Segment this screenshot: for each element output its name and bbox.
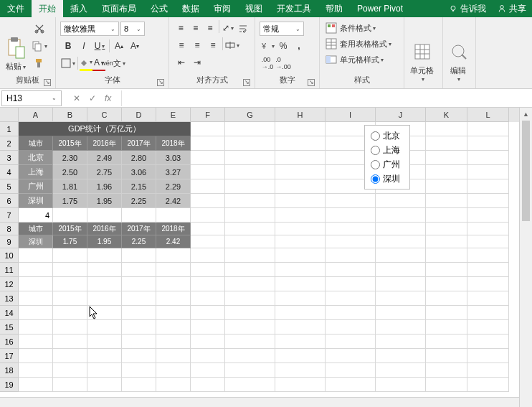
merge-center-button[interactable]: ▾	[224, 37, 240, 53]
cell-I8[interactable]	[326, 223, 376, 235]
cell-I16[interactable]	[326, 335, 376, 349]
cell-K9[interactable]	[426, 235, 467, 248]
cell-B12[interactable]	[53, 277, 87, 291]
cell-G13[interactable]	[225, 291, 275, 306]
cell-E8[interactable]: 2018年	[156, 223, 191, 235]
conditional-format-button[interactable]: 条件格式▾	[326, 20, 398, 36]
cell-H1[interactable]	[275, 122, 326, 136]
cell-L5[interactable]	[467, 179, 509, 194]
cell-F17[interactable]	[191, 349, 225, 363]
cell-H3[interactable]	[275, 151, 326, 165]
cell-G19[interactable]	[225, 378, 275, 392]
radio-input-0[interactable]	[371, 131, 380, 141]
grow-font-button[interactable]: A▴	[111, 38, 127, 54]
cell-K5[interactable]	[426, 179, 467, 194]
percent-button[interactable]: %	[275, 38, 291, 54]
indent-decrease-button[interactable]: ⇤	[174, 55, 189, 70]
col-header-K[interactable]: K	[426, 108, 467, 122]
cell-I11[interactable]	[326, 263, 376, 277]
tab-help[interactable]: 帮助	[318, 0, 350, 17]
cancel-formula-button[interactable]: ✕	[73, 93, 80, 103]
cell-D15[interactable]	[122, 320, 156, 335]
cell-H7[interactable]	[275, 208, 326, 223]
cell-D2[interactable]: 2017年	[122, 136, 156, 151]
cell-C3[interactable]: 2.49	[87, 151, 122, 165]
cell-J18[interactable]	[376, 363, 426, 378]
col-header-E[interactable]: E	[156, 108, 191, 122]
cell-C13[interactable]	[87, 291, 122, 306]
cell-G3[interactable]	[225, 151, 275, 165]
row-header-16[interactable]: 16	[0, 335, 19, 349]
align-center-button[interactable]: ≡	[189, 37, 205, 53]
cell-D8[interactable]: 2017年	[122, 223, 156, 235]
cell-E4[interactable]: 3.27	[156, 165, 191, 179]
cell-D7[interactable]	[122, 208, 156, 223]
cell-F3[interactable]	[191, 151, 225, 165]
cell-J15[interactable]	[376, 320, 426, 335]
cell-I18[interactable]	[326, 363, 376, 378]
cell-C15[interactable]	[87, 320, 122, 335]
cell-C17[interactable]	[87, 349, 122, 363]
cell-H13[interactable]	[275, 291, 326, 306]
cell-D19[interactable]	[122, 378, 156, 392]
cell-B10[interactable]	[53, 248, 87, 263]
cell-B15[interactable]	[53, 320, 87, 335]
cell-A6[interactable]: 深圳	[19, 194, 53, 208]
radio-input-2[interactable]	[371, 160, 380, 169]
col-header-J[interactable]: J	[376, 108, 426, 122]
cell-B5[interactable]: 1.81	[53, 179, 87, 194]
row-header-1[interactable]: 1	[0, 122, 19, 136]
cell-D13[interactable]	[122, 291, 156, 306]
cells-button[interactable]: 单元格▾	[407, 19, 437, 84]
cell-B4[interactable]: 2.50	[53, 165, 87, 179]
cell-C7[interactable]	[87, 208, 122, 223]
cell-E5[interactable]: 2.29	[156, 179, 191, 194]
cell-E7[interactable]	[156, 208, 191, 223]
cell-L17[interactable]	[467, 349, 509, 363]
cell-F11[interactable]	[191, 263, 225, 277]
cell-G16[interactable]	[225, 335, 275, 349]
cell-C16[interactable]	[87, 335, 122, 349]
fx-button[interactable]: fx	[105, 93, 111, 103]
cell-J6[interactable]	[376, 194, 426, 208]
cell-H9[interactable]	[275, 235, 326, 248]
cell-I14[interactable]	[326, 306, 376, 320]
cell-H6[interactable]	[275, 194, 326, 208]
cell-L9[interactable]	[467, 235, 509, 248]
col-header-F[interactable]: F	[191, 108, 225, 122]
italic-button[interactable]: I	[76, 38, 92, 54]
cell-E6[interactable]: 2.42	[156, 194, 191, 208]
cell-L4[interactable]	[467, 165, 509, 179]
cell-E3[interactable]: 3.03	[156, 151, 191, 165]
cell-E17[interactable]	[156, 349, 191, 363]
cell-D17[interactable]	[122, 349, 156, 363]
cell-C18[interactable]	[87, 363, 122, 378]
cell-K13[interactable]	[426, 291, 467, 306]
cell-F13[interactable]	[191, 291, 225, 306]
cell-G2[interactable]	[225, 136, 275, 151]
comma-button[interactable]: ,	[291, 38, 307, 54]
cell-C5[interactable]: 1.96	[87, 179, 122, 194]
cell-L16[interactable]	[467, 335, 509, 349]
cell-E9[interactable]: 2.42	[156, 235, 191, 248]
cell-D6[interactable]: 2.25	[122, 194, 156, 208]
cell-D18[interactable]	[122, 363, 156, 378]
cell-L18[interactable]	[467, 363, 509, 378]
cell-I6[interactable]	[326, 194, 376, 208]
phonetic-button[interactable]: wén文▾	[105, 55, 121, 71]
row-header-3[interactable]: 3	[0, 151, 19, 165]
cell-L11[interactable]	[467, 263, 509, 277]
cell-I7[interactable]	[326, 208, 376, 223]
cell-A13[interactable]	[19, 291, 53, 306]
cell-B6[interactable]: 1.75	[53, 194, 87, 208]
row-header-10[interactable]: 10	[0, 248, 19, 263]
radio-option-0[interactable]: 北京	[371, 128, 404, 143]
cell-F19[interactable]	[191, 378, 225, 392]
cell-K17[interactable]	[426, 349, 467, 363]
cell-L14[interactable]	[467, 306, 509, 320]
row-header-17[interactable]: 17	[0, 349, 19, 363]
cell-J7[interactable]	[376, 208, 426, 223]
accounting-format-button[interactable]: ¥▾	[260, 38, 275, 54]
radio-option-2[interactable]: 广州	[371, 157, 404, 172]
cell-H19[interactable]	[275, 378, 326, 392]
